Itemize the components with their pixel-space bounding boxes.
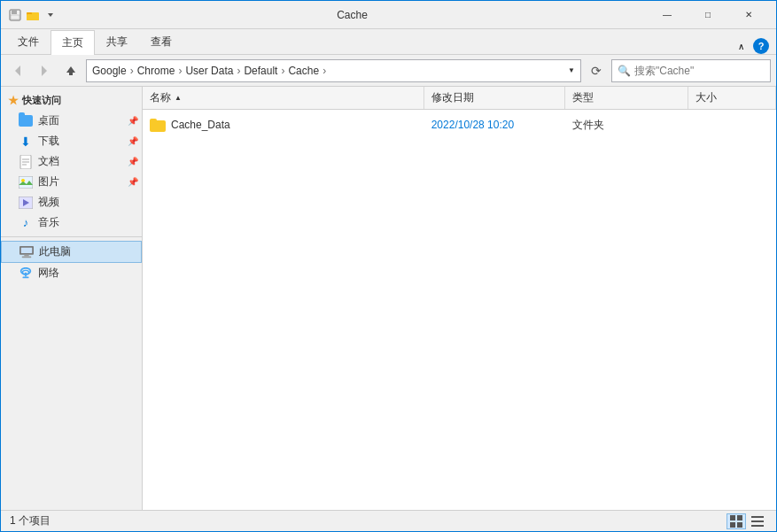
svg-marker-6 <box>48 13 53 17</box>
sidebar-label-desktop: 桌面 <box>38 113 59 128</box>
sidebar-item-desktop[interactable]: 桌面 📌 <box>1 111 142 131</box>
svg-rect-28 <box>22 276 28 278</box>
pin-icon-download: 📌 <box>128 136 138 146</box>
explorer-window: Cache — □ ✕ 文件 主页 共享 查看 ∧ ? <box>0 0 777 532</box>
file-type-cell: 文件夹 <box>565 113 688 136</box>
title-bar-icons <box>8 8 58 22</box>
view-controls <box>726 513 767 529</box>
sidebar-label-music: 音乐 <box>38 215 59 230</box>
forward-button[interactable] <box>33 59 56 82</box>
svg-marker-8 <box>42 66 47 76</box>
up-button[interactable] <box>59 59 82 82</box>
col-header-type[interactable]: 类型 <box>565 87 688 109</box>
sep1: › <box>130 65 134 77</box>
tab-home[interactable]: 主页 <box>51 30 95 55</box>
sidebar-label-network: 网络 <box>38 266 59 281</box>
sidebar-label-video: 视频 <box>38 195 59 210</box>
this-pc-icon <box>19 245 34 259</box>
ribbon-tab-bar: 文件 主页 共享 查看 <box>1 29 189 54</box>
sidebar-item-music[interactable]: ♪ 音乐 <box>1 212 142 233</box>
dropdown-arrow-title[interactable] <box>43 8 58 22</box>
file-date: 2022/10/28 10:20 <box>431 119 514 131</box>
sidebar-item-this-pc[interactable]: 此电脑 <box>1 241 142 263</box>
svg-rect-32 <box>737 522 742 528</box>
file-list-body: Cache_Data 2022/10/28 10:20 文件夹 <box>143 110 776 510</box>
svg-marker-9 <box>66 66 75 73</box>
col-date-label: 修改日期 <box>431 90 474 105</box>
view-detail-button[interactable] <box>726 513 746 529</box>
network-icon <box>19 266 33 281</box>
col-header-date[interactable]: 修改日期 <box>424 87 565 109</box>
svg-rect-5 <box>27 14 39 20</box>
tab-view[interactable]: 查看 <box>139 29 183 54</box>
breadcrumb-default[interactable]: Default <box>244 65 277 77</box>
file-type: 文件夹 <box>572 118 604 133</box>
item-count: 1 个项目 <box>10 513 51 528</box>
file-date-cell: 2022/10/28 10:20 <box>424 113 565 136</box>
address-path[interactable]: Google › Chrome › User Data › Default › … <box>86 59 581 82</box>
svg-rect-1 <box>12 10 17 14</box>
sidebar-label-download: 下载 <box>38 134 59 149</box>
sidebar-item-pictures[interactable]: 图片 📌 <box>1 172 142 192</box>
folder-icon-title <box>26 8 40 22</box>
search-input[interactable] <box>634 65 765 77</box>
breadcrumb-userdata[interactable]: User Data <box>185 65 233 77</box>
title-bar: Cache — □ ✕ <box>1 1 776 29</box>
pin-icon-docs: 📌 <box>128 157 138 166</box>
tab-file[interactable]: 文件 <box>6 29 51 54</box>
quick-access-title[interactable]: ★ 快速访问 <box>1 90 142 111</box>
svg-rect-34 <box>751 520 764 522</box>
svg-rect-29 <box>730 515 735 520</box>
sidebar-label-pictures: 图片 <box>38 174 59 189</box>
window-controls: — □ ✕ <box>647 1 769 29</box>
save-icon <box>8 8 22 22</box>
window-title: Cache <box>58 9 647 21</box>
close-button[interactable]: ✕ <box>728 1 769 29</box>
ribbon-collapse-button[interactable]: ∧ <box>734 40 748 53</box>
sep3: › <box>237 65 240 77</box>
sidebar-item-video[interactable]: 视频 <box>1 192 142 212</box>
maximize-button[interactable]: □ <box>688 1 728 29</box>
sep4: › <box>281 65 284 77</box>
col-type-label: 类型 <box>572 90 594 105</box>
minimize-button[interactable]: — <box>647 1 688 29</box>
refresh-button[interactable]: ⟳ <box>585 59 608 82</box>
file-name: Cache_Data <box>171 119 230 131</box>
svg-rect-35 <box>751 525 764 527</box>
download-icon: ⬇ <box>19 135 33 149</box>
svg-rect-33 <box>751 516 764 518</box>
address-bar: Google › Chrome › User Data › Default › … <box>1 55 776 87</box>
svg-rect-27 <box>25 274 27 277</box>
folder-icon-row <box>150 119 166 132</box>
breadcrumb-chrome[interactable]: Chrome <box>137 65 175 77</box>
sidebar-item-download[interactable]: ⬇ 下载 📌 <box>1 131 142 151</box>
desktop-folder-icon <box>19 114 33 128</box>
tab-share[interactable]: 共享 <box>95 29 139 54</box>
sidebar-label-this-pc: 此电脑 <box>39 244 71 259</box>
view-list-button[interactable] <box>748 513 767 529</box>
help-button[interactable]: ? <box>753 38 769 54</box>
breadcrumb-cache[interactable]: Cache <box>288 65 319 77</box>
sep5: › <box>322 65 326 77</box>
col-header-name[interactable]: 名称 ▲ <box>143 87 424 109</box>
search-box[interactable]: 🔍 <box>611 59 771 82</box>
sidebar-divider <box>1 236 142 237</box>
svg-rect-2 <box>11 15 19 19</box>
table-row[interactable]: Cache_Data 2022/10/28 10:20 文件夹 <box>143 113 776 136</box>
search-icon: 🔍 <box>618 65 631 77</box>
sidebar-label-docs: 文档 <box>38 154 59 169</box>
svg-rect-31 <box>730 522 735 528</box>
sidebar-item-docs[interactable]: 文档 📌 <box>1 151 142 172</box>
main-area: ★ 快速访问 桌面 📌 ⬇ 下载 📌 <box>1 87 776 510</box>
music-icon: ♪ <box>19 216 33 230</box>
breadcrumb-dropdown-button[interactable]: ▼ <box>568 66 575 74</box>
video-icon <box>19 196 33 210</box>
svg-rect-23 <box>22 256 32 258</box>
sidebar: ★ 快速访问 桌面 📌 ⬇ 下载 📌 <box>1 87 143 510</box>
pictures-icon <box>19 175 33 189</box>
sidebar-item-network[interactable]: 网络 <box>1 263 142 283</box>
quick-access-label: 快速访问 <box>22 94 61 107</box>
col-header-size[interactable]: 大小 <box>688 87 776 109</box>
breadcrumb-google[interactable]: Google <box>92 65 127 77</box>
back-button[interactable] <box>6 59 29 82</box>
